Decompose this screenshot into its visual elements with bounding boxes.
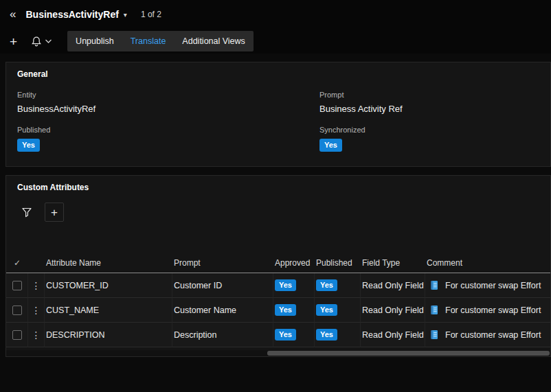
custom-attributes-section: Custom Attributes + ✓ Attribute Name Pro… [5, 175, 551, 357]
published-badge: Yes [316, 304, 337, 316]
col-header-approved[interactable]: Approved [273, 253, 315, 273]
synchronized-field-label: Synchronized [319, 126, 539, 134]
comment-text: For customer swap Effort [445, 281, 541, 290]
cell-field-type: Read Only Field [361, 323, 425, 347]
additional-views-button[interactable]: Additional Views [174, 31, 254, 51]
cell-approved: Yes [273, 298, 315, 323]
note-icon [429, 280, 439, 290]
comment-text: For customer swap Effort [445, 305, 541, 315]
page-title: BusinessActivityRef [25, 9, 118, 20]
cell-published: Yes [315, 273, 361, 298]
unpublish-button[interactable]: Unpublish [67, 31, 122, 51]
cell-published: Yes [315, 298, 361, 323]
filter-icon[interactable] [17, 203, 36, 222]
approved-badge: Yes [275, 304, 296, 316]
cell-comment[interactable]: For customer swap Effort [425, 273, 550, 298]
cell-comment[interactable]: For customer swap Effort [425, 323, 550, 347]
published-badge: Yes [316, 329, 337, 341]
translate-button[interactable]: Translate [122, 31, 175, 51]
col-header-prompt[interactable]: Prompt [172, 253, 273, 273]
add-attribute-button[interactable]: + [45, 203, 64, 222]
custom-attributes-title: Custom Attributes [6, 183, 550, 192]
cell-field-type: Read Only Field [361, 298, 425, 323]
cell-prompt[interactable]: Description [172, 323, 273, 347]
select-all-check-icon: ✓ [14, 258, 21, 268]
cell-comment[interactable]: For customer swap Effort [425, 298, 550, 323]
cell-attribute-name[interactable]: CUSTOMER_ID [45, 273, 172, 298]
general-section-title: General [17, 69, 539, 79]
row-checkbox[interactable] [12, 305, 22, 315]
synchronized-status-badge: Yes [319, 139, 342, 152]
cell-approved: Yes [273, 323, 315, 347]
table-row [6, 323, 28, 347]
top-header: « BusinessActivityRef ▾ 1 of 2 [0, 0, 551, 29]
title-dropdown-caret-icon[interactable]: ▾ [124, 11, 127, 19]
entity-field-label: Entity [17, 91, 319, 99]
select-all-header[interactable]: ✓ [6, 253, 28, 273]
prompt-field-label: Prompt [319, 91, 539, 99]
note-icon [429, 305, 439, 315]
custom-attributes-actions: + [17, 202, 550, 222]
published-field-label: Published [17, 126, 319, 134]
col-header-field-type[interactable]: Field Type [361, 253, 425, 273]
row-menu-cell: ⋮ [28, 323, 45, 347]
cell-approved: Yes [273, 273, 315, 298]
kebab-menu-icon[interactable]: ⋮ [32, 330, 41, 341]
row-checkbox[interactable] [12, 330, 22, 340]
col-header-published[interactable]: Published [315, 253, 361, 273]
notifications-chevron-down-icon[interactable] [45, 38, 52, 44]
table-row [6, 273, 28, 298]
row-menu-header [28, 253, 45, 273]
approved-badge: Yes [275, 279, 296, 291]
cell-attribute-name[interactable]: DESCRIPTION [45, 323, 172, 347]
row-menu-cell: ⋮ [28, 273, 45, 298]
app-window: « BusinessActivityRef ▾ 1 of 2 + Unpubli… [0, 0, 551, 392]
cell-prompt[interactable]: Customer Name [172, 298, 273, 323]
kebab-menu-icon[interactable]: ⋮ [32, 280, 41, 291]
kebab-menu-icon[interactable]: ⋮ [32, 305, 41, 316]
toolbar-button-group: Unpublish Translate Additional Views [67, 31, 254, 51]
row-menu-cell: ⋮ [28, 298, 45, 323]
horizontal-scrollbar-thumb[interactable] [267, 351, 550, 356]
cell-prompt[interactable]: Customer ID [172, 273, 273, 298]
col-header-attribute-name[interactable]: Attribute Name [45, 253, 172, 273]
general-fields-grid: Entity BusinessActivityRef Published Yes… [17, 79, 539, 152]
general-section: General Entity BusinessActivityRef Publi… [5, 62, 551, 167]
collapse-back-icon[interactable]: « [10, 8, 16, 21]
cell-attribute-name[interactable]: CUST_NAME [45, 298, 172, 323]
published-status-badge: Yes [17, 139, 40, 152]
cell-field-type: Read Only Field [361, 273, 425, 298]
comment-text: For customer swap Effort [445, 330, 541, 340]
table-row [6, 298, 28, 323]
command-toolbar: + Unpublish Translate Additional Views [0, 29, 551, 54]
prompt-field-value: Business Activity Ref [319, 104, 539, 114]
published-badge: Yes [316, 279, 337, 291]
notifications-bell-icon[interactable] [31, 36, 42, 47]
plus-icon: + [51, 207, 58, 218]
col-header-comment[interactable]: Comment [425, 253, 550, 273]
note-icon [429, 330, 439, 340]
record-count: 1 of 2 [141, 10, 161, 19]
horizontal-scrollbar[interactable] [6, 350, 550, 356]
row-checkbox[interactable] [12, 281, 22, 290]
new-record-button[interactable]: + [10, 35, 17, 48]
approved-badge: Yes [275, 329, 296, 341]
attributes-table: ✓ Attribute Name Prompt Approved Publish… [6, 253, 550, 347]
entity-field-value: BusinessActivityRef [17, 104, 319, 114]
cell-published: Yes [315, 323, 361, 347]
